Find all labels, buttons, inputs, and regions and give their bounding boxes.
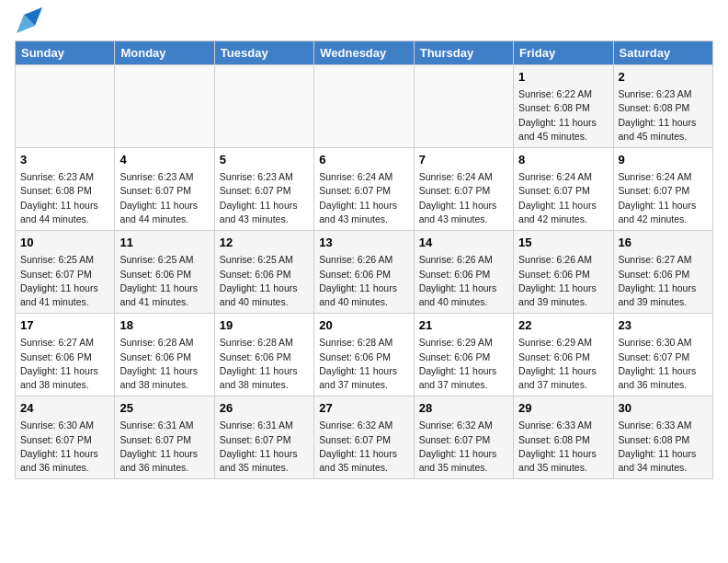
day-info: Sunrise: 6:28 AM Sunset: 6:06 PM Dayligh… [119, 336, 209, 392]
calendar-cell: 5Sunrise: 6:23 AM Sunset: 6:07 PM Daylig… [214, 148, 313, 231]
calendar-cell: 15Sunrise: 6:26 AM Sunset: 6:06 PM Dayli… [514, 231, 613, 314]
day-info: Sunrise: 6:27 AM Sunset: 6:06 PM Dayligh… [619, 253, 708, 309]
calendar-cell: 29Sunrise: 6:33 AM Sunset: 6:08 PM Dayli… [514, 396, 613, 479]
day-number: 1 [518, 69, 608, 86]
calendar-cell: 14Sunrise: 6:26 AM Sunset: 6:06 PM Dayli… [414, 231, 513, 314]
calendar-cell: 16Sunrise: 6:27 AM Sunset: 6:06 PM Dayli… [613, 231, 712, 314]
day-info: Sunrise: 6:28 AM Sunset: 6:06 PM Dayligh… [319, 336, 408, 392]
calendar-cell: 25Sunrise: 6:31 AM Sunset: 6:07 PM Dayli… [115, 396, 214, 479]
day-number: 29 [518, 400, 608, 417]
calendar-week-row: 17Sunrise: 6:27 AM Sunset: 6:06 PM Dayli… [16, 314, 713, 396]
day-info: Sunrise: 6:32 AM Sunset: 6:07 PM Dayligh… [419, 419, 508, 475]
day-info: Sunrise: 6:25 AM Sunset: 6:06 PM Dayligh… [119, 253, 209, 309]
day-number: 24 [20, 400, 109, 417]
day-info: Sunrise: 6:32 AM Sunset: 6:07 PM Dayligh… [319, 419, 408, 475]
day-info: Sunrise: 6:23 AM Sunset: 6:08 PM Dayligh… [619, 87, 708, 144]
day-of-week-header: Sunday [16, 41, 115, 65]
day-number: 5 [220, 152, 309, 168]
day-number: 26 [220, 400, 309, 417]
day-info: Sunrise: 6:23 AM Sunset: 6:08 PM Dayligh… [20, 170, 109, 226]
day-number: 8 [518, 152, 608, 168]
day-number: 20 [319, 317, 408, 334]
calendar-cell [115, 65, 214, 148]
day-number: 11 [119, 235, 209, 251]
calendar-cell: 22Sunrise: 6:29 AM Sunset: 6:06 PM Dayli… [514, 314, 613, 396]
calendar-cell: 3Sunrise: 6:23 AM Sunset: 6:08 PM Daylig… [16, 148, 115, 231]
day-info: Sunrise: 6:26 AM Sunset: 6:06 PM Dayligh… [518, 253, 608, 309]
calendar-cell [214, 65, 313, 148]
day-number: 18 [119, 317, 209, 334]
day-number: 25 [119, 400, 209, 417]
day-number: 6 [319, 152, 408, 168]
day-info: Sunrise: 6:28 AM Sunset: 6:06 PM Dayligh… [220, 336, 309, 392]
day-info: Sunrise: 6:23 AM Sunset: 6:07 PM Dayligh… [119, 170, 209, 226]
day-info: Sunrise: 6:24 AM Sunset: 6:07 PM Dayligh… [419, 170, 508, 226]
day-of-week-header: Saturday [613, 41, 712, 65]
calendar-cell: 8Sunrise: 6:24 AM Sunset: 6:07 PM Daylig… [514, 148, 613, 231]
day-info: Sunrise: 6:25 AM Sunset: 6:06 PM Dayligh… [220, 253, 309, 309]
day-info: Sunrise: 6:31 AM Sunset: 6:07 PM Dayligh… [119, 419, 209, 475]
day-number: 17 [20, 317, 109, 334]
day-info: Sunrise: 6:22 AM Sunset: 6:08 PM Dayligh… [518, 87, 608, 144]
calendar-cell: 2Sunrise: 6:23 AM Sunset: 6:08 PM Daylig… [613, 65, 712, 148]
calendar-cell: 10Sunrise: 6:25 AM Sunset: 6:07 PM Dayli… [16, 231, 115, 314]
day-number: 22 [518, 317, 608, 334]
day-number: 27 [319, 400, 408, 417]
calendar-week-row: 1Sunrise: 6:22 AM Sunset: 6:08 PM Daylig… [16, 65, 713, 148]
calendar-header-row: SundayMondayTuesdayWednesdayThursdayFrid… [16, 41, 713, 65]
day-info: Sunrise: 6:23 AM Sunset: 6:07 PM Dayligh… [220, 170, 309, 226]
calendar-week-row: 3Sunrise: 6:23 AM Sunset: 6:08 PM Daylig… [16, 148, 713, 231]
day-number: 3 [20, 152, 109, 168]
calendar-cell: 11Sunrise: 6:25 AM Sunset: 6:06 PM Dayli… [115, 231, 214, 314]
day-number: 16 [619, 235, 708, 251]
calendar-cell [16, 65, 115, 148]
calendar-cell: 9Sunrise: 6:24 AM Sunset: 6:07 PM Daylig… [613, 148, 712, 231]
calendar-week-row: 10Sunrise: 6:25 AM Sunset: 6:07 PM Dayli… [16, 231, 713, 314]
calendar-cell: 26Sunrise: 6:31 AM Sunset: 6:07 PM Dayli… [214, 396, 313, 479]
day-info: Sunrise: 6:29 AM Sunset: 6:06 PM Dayligh… [419, 336, 508, 392]
page-header [15, 15, 713, 33]
calendar-cell: 17Sunrise: 6:27 AM Sunset: 6:06 PM Dayli… [16, 314, 115, 396]
calendar-cell: 6Sunrise: 6:24 AM Sunset: 6:07 PM Daylig… [314, 148, 414, 231]
day-number: 10 [20, 235, 109, 251]
day-of-week-header: Thursday [414, 41, 513, 65]
day-number: 19 [220, 317, 309, 334]
calendar-cell: 20Sunrise: 6:28 AM Sunset: 6:06 PM Dayli… [314, 314, 414, 396]
logo-icon [17, 7, 42, 33]
day-info: Sunrise: 6:33 AM Sunset: 6:08 PM Dayligh… [518, 419, 608, 475]
calendar-cell: 30Sunrise: 6:33 AM Sunset: 6:08 PM Dayli… [613, 396, 712, 479]
calendar-cell: 27Sunrise: 6:32 AM Sunset: 6:07 PM Dayli… [314, 396, 414, 479]
calendar-cell: 1Sunrise: 6:22 AM Sunset: 6:08 PM Daylig… [514, 65, 613, 148]
day-number: 13 [319, 235, 408, 251]
calendar-cell: 12Sunrise: 6:25 AM Sunset: 6:06 PM Dayli… [214, 231, 313, 314]
day-info: Sunrise: 6:29 AM Sunset: 6:06 PM Dayligh… [518, 336, 608, 392]
day-info: Sunrise: 6:24 AM Sunset: 6:07 PM Dayligh… [619, 170, 708, 226]
day-info: Sunrise: 6:27 AM Sunset: 6:06 PM Dayligh… [20, 336, 109, 392]
day-info: Sunrise: 6:24 AM Sunset: 6:07 PM Dayligh… [518, 170, 608, 226]
calendar-cell: 23Sunrise: 6:30 AM Sunset: 6:07 PM Dayli… [613, 314, 712, 396]
day-info: Sunrise: 6:26 AM Sunset: 6:06 PM Dayligh… [319, 253, 408, 309]
calendar-cell: 21Sunrise: 6:29 AM Sunset: 6:06 PM Dayli… [414, 314, 513, 396]
day-number: 14 [419, 235, 508, 251]
calendar-cell [314, 65, 414, 148]
day-info: Sunrise: 6:33 AM Sunset: 6:08 PM Dayligh… [619, 419, 708, 475]
day-of-week-header: Friday [514, 41, 613, 65]
calendar-cell: 24Sunrise: 6:30 AM Sunset: 6:07 PM Dayli… [16, 396, 115, 479]
day-number: 15 [518, 235, 608, 251]
day-info: Sunrise: 6:24 AM Sunset: 6:07 PM Dayligh… [319, 170, 408, 226]
day-number: 28 [419, 400, 508, 417]
day-info: Sunrise: 6:26 AM Sunset: 6:06 PM Dayligh… [419, 253, 508, 309]
day-number: 7 [419, 152, 508, 168]
logo [15, 15, 42, 33]
calendar-cell [414, 65, 513, 148]
calendar-week-row: 24Sunrise: 6:30 AM Sunset: 6:07 PM Dayli… [16, 396, 713, 479]
calendar-cell: 13Sunrise: 6:26 AM Sunset: 6:06 PM Dayli… [314, 231, 414, 314]
calendar-cell: 28Sunrise: 6:32 AM Sunset: 6:07 PM Dayli… [414, 396, 513, 479]
day-of-week-header: Tuesday [214, 41, 313, 65]
calendar-table: SundayMondayTuesdayWednesdayThursdayFrid… [15, 40, 713, 479]
day-info: Sunrise: 6:25 AM Sunset: 6:07 PM Dayligh… [20, 253, 109, 309]
day-number: 21 [419, 317, 508, 334]
day-number: 9 [619, 152, 708, 168]
day-of-week-header: Monday [115, 41, 214, 65]
calendar-cell: 19Sunrise: 6:28 AM Sunset: 6:06 PM Dayli… [214, 314, 313, 396]
